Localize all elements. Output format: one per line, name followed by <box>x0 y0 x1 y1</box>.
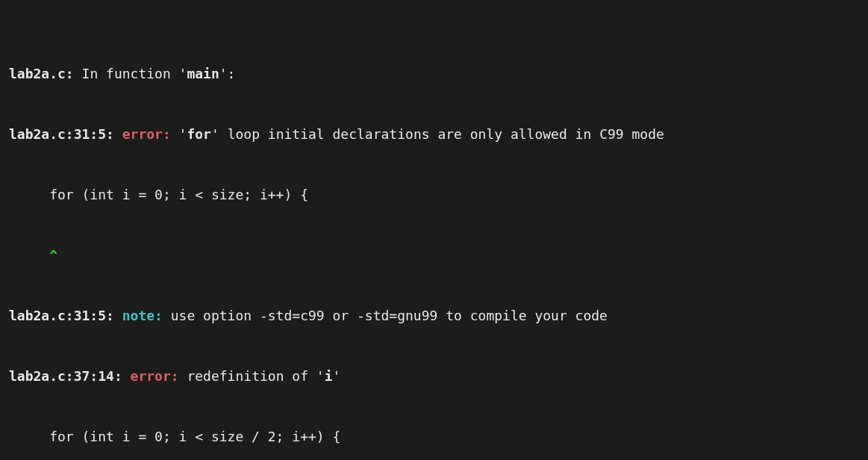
note-label: note: <box>122 308 163 323</box>
compiler-line: lab2a.c:31:5: note: use option -std=c99 … <box>9 305 859 326</box>
code-snippet: for (int i = 0; i < size / 2; i++) { <box>9 426 859 447</box>
error-label: error: <box>131 368 179 384</box>
code-snippet: for (int i = 0; i < size; i++) { <box>9 184 859 205</box>
compiler-line: lab2a.c: In function 'main': <box>9 63 859 84</box>
error-label: error: <box>122 126 171 142</box>
file-loc: lab2a.c:37:14: <box>9 368 131 384</box>
compiler-line: lab2a.c:31:5: error: 'for' loop initial … <box>9 124 859 144</box>
terminal-output[interactable]: lab2a.c: In function 'main': lab2a.c:31:… <box>0 0 868 460</box>
function-name: main <box>187 66 219 81</box>
caret-icon: ^ <box>9 245 859 265</box>
file-loc: lab2a.c:31:5: <box>9 126 122 142</box>
file-loc: lab2a.c:31:5: <box>9 308 122 323</box>
compiler-line: lab2a.c:37:14: error: redefinition of 'i… <box>9 366 859 386</box>
file-loc: lab2a.c: <box>9 66 74 81</box>
